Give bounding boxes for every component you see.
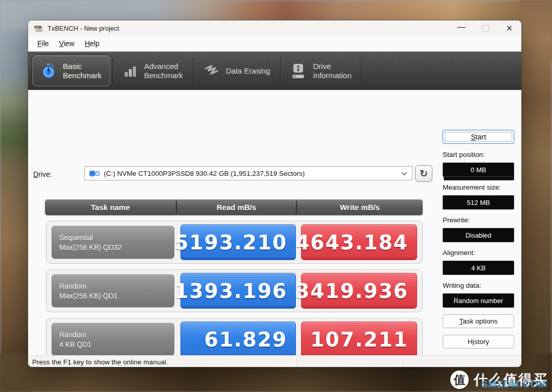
table-row-random-4kb-qd1: Random 4 KB QD1 61.829 107.211 [46, 318, 423, 361]
read-value: 1393.196 [180, 273, 296, 309]
close-icon: ✕ [506, 24, 513, 33]
chevron-down-icon [401, 171, 408, 176]
start-position-label: Start position: [443, 151, 514, 159]
start-position-value[interactable]: 0 MB [443, 163, 514, 177]
txbench-window: TxBENCH - New project — ✕ File View Help [28, 20, 521, 367]
measurement-size-label: Measurement size: [443, 183, 514, 192]
prewrite-value[interactable]: Disabled [443, 228, 514, 242]
status-separator [403, 357, 403, 367]
drive-info-icon [291, 63, 306, 79]
maximize-icon [482, 25, 489, 32]
window-controls: — ✕ [449, 20, 521, 36]
menu-bar: File View Help [28, 36, 521, 52]
read-value: 5193.210 [180, 224, 296, 260]
status-separator [296, 357, 297, 367]
tab-advanced-benchmark[interactable]: AdvancedBenchmark [115, 56, 191, 86]
write-value: 107.211 [301, 321, 417, 357]
table-row-random-qd1: Random Max(256 KB) QD1 1393.196 3419.936 [46, 269, 423, 312]
close-button[interactable]: ✕ [497, 20, 521, 36]
bar-chart-icon [123, 64, 137, 78]
menu-help[interactable]: Help [80, 37, 105, 50]
column-header-read: Read mB/s [177, 199, 296, 215]
write-value: 4643.184 [301, 224, 417, 260]
write-value: 3419.936 [301, 273, 417, 309]
stopwatch-icon [41, 63, 56, 79]
table-row-sequential-qd32: Sequential Max(256 KB) QD32 5193.210 464… [46, 221, 423, 264]
tab-data-erasing[interactable]: Data Erasing [196, 56, 279, 86]
drive-label: Drive: [33, 170, 52, 178]
app-icon [34, 25, 43, 32]
measurement-size-value[interactable]: 512 MB [443, 195, 514, 210]
maximize-button[interactable] [473, 20, 497, 36]
refresh-drives-button[interactable]: ↻ [415, 165, 432, 182]
tab-bar: BasicBenchmark AdvancedBenchmark Data Er… [28, 52, 521, 90]
alignment-label: Alignment: [443, 249, 514, 258]
minimize-icon: — [457, 22, 466, 32]
drive-select-value: (C:) NVMe CT1000P3PSSD8 930.42 GB (1,951… [104, 170, 305, 177]
erase-squiggle-icon [204, 64, 219, 78]
tab-separator [362, 57, 362, 85]
task-button: Random 4 KB QD1 [52, 323, 174, 356]
drive-icon [89, 169, 100, 178]
drive-select[interactable]: (C:) NVMe CT1000P3PSSD8 930.42 GB (1,951… [84, 166, 412, 180]
history-button[interactable]: History [443, 335, 514, 349]
refresh-icon: ↻ [420, 168, 428, 179]
task-button: Random Max(256 KB) QD1 [52, 274, 174, 307]
prewrite-label: Prewrite: [443, 216, 514, 225]
basic-benchmark-panel: Drive: (C:) NVMe CT1000P3PSSD8 930.42 GB… [28, 90, 521, 355]
title-bar: TxBENCH - New project — ✕ [28, 20, 521, 36]
task-options-button[interactable]: Task options [443, 314, 514, 328]
smzdm-watermark: 值 什么值得买 SMZDM.COM [450, 371, 548, 389]
writing-data-value[interactable]: Random number [443, 293, 514, 308]
status-message: Press the F1 key to show the online manu… [28, 358, 168, 366]
background-photo-cliff-left [0, 30, 32, 392]
tab-basic-benchmark[interactable]: BasicBenchmark [32, 55, 110, 86]
column-header-task-name: Task name [45, 199, 176, 215]
writing-data-label: Writing data: [443, 282, 514, 290]
start-button[interactable]: Start [443, 130, 514, 144]
menu-view[interactable]: View [54, 37, 80, 50]
smzdm-badge-icon: 值 [450, 371, 469, 389]
tab-separator [280, 57, 281, 85]
read-value: 61.829 [180, 321, 296, 357]
column-header-write: Write mB/s [297, 199, 423, 215]
settings-panel: Start Start position: 0 MB Measurement s… [443, 130, 514, 349]
desktop: TxBENCH - New project — ✕ File View Help [0, 0, 552, 392]
status-bar: Press the F1 key to show the online manu… [28, 355, 521, 367]
menu-file[interactable]: File [32, 37, 54, 50]
results-table-header: Task name Read mB/s Write mB/s [45, 199, 423, 215]
tab-drive-information[interactable]: DriveInformation [283, 56, 359, 86]
tab-separator [112, 57, 113, 85]
alignment-value[interactable]: 4 KB [443, 261, 514, 275]
minimize-button[interactable]: — [449, 20, 473, 36]
background-photo-buildings-right [519, 0, 552, 392]
task-button: Sequential Max(256 KB) QD32 [52, 226, 174, 259]
window-title: TxBENCH - New project [48, 25, 119, 32]
smzdm-site-text: SMZDM.COM [481, 379, 547, 390]
tab-separator [193, 57, 194, 85]
